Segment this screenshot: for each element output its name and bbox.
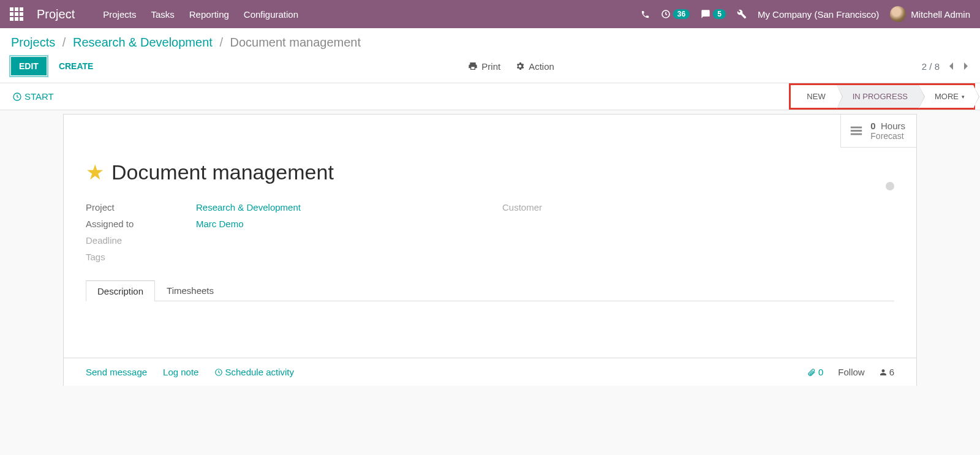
breadcrumb-project[interactable]: Research & Development	[73, 36, 213, 49]
follow-button[interactable]: Follow	[838, 367, 864, 377]
status-in-progress[interactable]: IN PROGRESS	[837, 85, 919, 108]
paperclip-icon	[807, 368, 816, 377]
print-icon	[468, 61, 478, 71]
pager-position: 2 / 8	[922, 61, 940, 72]
attachments-button[interactable]: 0	[807, 367, 823, 377]
nav-projects[interactable]: Projects	[103, 9, 136, 20]
forecast-stat-button[interactable]: 0 Hours Forecast	[840, 115, 916, 148]
label-deadline: Deadline	[86, 235, 196, 246]
breadcrumb-current: Document management	[230, 36, 361, 49]
send-message-button[interactable]: Send message	[86, 367, 147, 377]
user-icon	[880, 368, 887, 377]
clock-icon	[12, 92, 22, 102]
start-button[interactable]: START	[12, 83, 54, 110]
clock-icon	[214, 368, 223, 377]
status-bar-highlighted: NEW IN PROGRESS MORE▾	[789, 83, 975, 110]
caret-down-icon: ▾	[962, 94, 965, 100]
activity-icon[interactable]: 36	[661, 9, 690, 19]
tab-content	[86, 301, 894, 345]
pager-prev[interactable]	[948, 61, 954, 71]
nav-tasks[interactable]: Tasks	[151, 9, 174, 20]
user-name: Mitchell Admin	[911, 9, 970, 20]
user-menu[interactable]: Mitchell Admin	[890, 6, 970, 22]
control-panel: Projects / Research & Development / Docu…	[0, 28, 980, 83]
avatar	[890, 6, 906, 22]
chatter-bar: Send message Log note Schedule activity …	[63, 358, 917, 386]
status-new[interactable]: NEW	[791, 85, 836, 108]
pager-next[interactable]	[963, 61, 969, 71]
svg-rect-3	[851, 130, 862, 132]
gear-icon	[515, 61, 525, 71]
main-navbar: Project Projects Tasks Reporting Configu…	[0, 0, 980, 28]
schedule-activity-button[interactable]: Schedule activity	[214, 367, 294, 377]
value-assigned[interactable]: Marc Demo	[196, 219, 244, 229]
breadcrumb: Projects / Research & Development / Docu…	[11, 36, 969, 50]
phone-icon[interactable]	[641, 10, 650, 19]
status-more[interactable]: MORE▾	[919, 85, 973, 108]
action-button[interactable]: Action	[515, 61, 554, 72]
task-title: Document management	[111, 160, 334, 184]
tasks-icon	[850, 124, 863, 138]
app-title: Project	[37, 7, 75, 21]
tools-icon[interactable]	[737, 9, 747, 19]
create-button[interactable]: CREATE	[51, 58, 101, 75]
tabs: Description Timesheets	[86, 280, 894, 301]
tab-timesheets[interactable]: Timesheets	[155, 280, 225, 301]
followers-button[interactable]: 6	[880, 367, 894, 377]
statusbar-row: START NEW IN PROGRESS MORE▾	[0, 83, 980, 110]
nav-reporting[interactable]: Reporting	[189, 9, 229, 20]
nav-menu: Projects Tasks Reporting Configuration	[103, 9, 298, 20]
label-assigned: Assigned to	[86, 219, 196, 229]
tab-description[interactable]: Description	[86, 280, 155, 301]
label-project: Project	[86, 202, 196, 212]
star-icon[interactable]: ★	[86, 160, 104, 184]
form-sheet: 0 Hours Forecast ★ Document management P…	[63, 114, 917, 358]
value-project[interactable]: Research & Development	[196, 202, 301, 212]
label-customer: Customer	[502, 202, 612, 212]
svg-rect-4	[851, 133, 862, 135]
messages-icon[interactable]: 5	[701, 9, 726, 19]
messages-badge: 5	[713, 9, 726, 19]
breadcrumb-projects[interactable]: Projects	[11, 36, 55, 49]
pager: 2 / 8	[922, 61, 969, 72]
label-tags: Tags	[86, 252, 196, 262]
nav-configuration[interactable]: Configuration	[244, 9, 298, 20]
print-button[interactable]: Print	[468, 61, 500, 72]
log-note-button[interactable]: Log note	[163, 367, 198, 377]
company-selector[interactable]: My Company (San Francisco)	[758, 9, 879, 20]
kanban-state-dot[interactable]	[886, 182, 894, 190]
apps-icon[interactable]	[10, 7, 23, 21]
activity-badge: 36	[673, 9, 690, 19]
edit-button[interactable]: EDIT	[11, 57, 47, 75]
svg-rect-2	[851, 126, 862, 128]
